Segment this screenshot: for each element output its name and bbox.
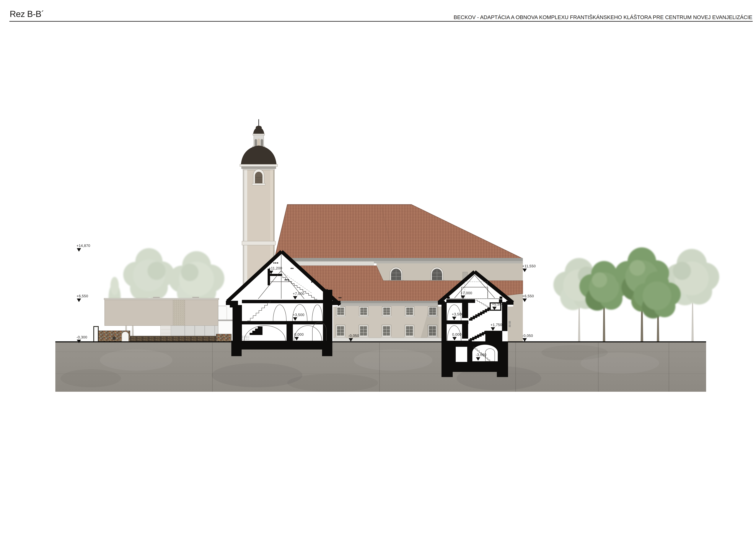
elevation-marker-rsec-0000: 0,000 [452,332,462,340]
project-title: BECKOV - ADAPTÁCIA A OBNOVA KOMPLEXU FRA… [454,14,752,20]
elevation-label: +6,550 [522,294,534,298]
floor-slab-7000 [242,300,332,303]
elevation-marker-rsec-1750: +1,750 [491,323,502,331]
elevation-triangle-icon [269,271,273,274]
elevation-triangle-icon [523,338,527,342]
elevation-marker-lsec-7000: +7,000 [293,292,304,299]
elevation-label: +6,550 [76,294,88,298]
wall-niche [113,336,116,340]
elevation-marker-right-minus0050: -0,050 [522,334,533,342]
elevation-label: -3,050 [476,353,486,357]
elevation-triangle-icon [349,338,353,342]
elevation-marker-lsec-11200: +11,200 [269,266,282,274]
header-rule [9,21,753,22]
elevation-triangle-icon [523,268,527,272]
main-roof [275,205,522,258]
ground-line [55,341,706,342]
elevation-marker-left-minus0300: -0,300 [76,335,87,343]
elevation-marker-left-14870: +14,870 [76,244,90,252]
green-trees-right [580,247,681,342]
elevation-triangle-icon [295,337,299,340]
floor-slab-0000 [231,341,332,350]
tower-small-dome [253,127,264,134]
elevation-triangle-icon [293,296,297,299]
main-cornice [274,258,523,261]
gate-pillar [94,326,98,344]
elevation-triangle-icon [461,296,465,299]
landing-mass-1750 [485,331,502,342]
elevation-triangle-icon [476,357,480,361]
elevation-label: 0,000 [452,332,462,336]
elevation-label: 0,000 [294,332,304,336]
elevation-triangle-icon [452,317,456,320]
elevation-marker-rsec-5550: +5,550 [492,302,504,310]
elevation-triangle-icon [492,307,497,310]
ground [55,341,706,392]
elevation-triangle-icon [523,298,527,302]
elevation-triangle-icon [77,340,81,343]
louver-panel [161,325,171,337]
cut-wall [323,290,332,350]
floor-slab-3500 [242,321,332,324]
elevation-marker-left-6550: +6,550 [76,294,88,302]
tower-main-dome [241,146,277,165]
elevation-triangle-icon [452,337,457,340]
architectural-section-sheet: Rez B-B´ BECKOV - ADAPTÁCIA A OBNOVA KOM… [0,0,756,535]
elevation-marker-rsec-minus3050: -3,050 [476,353,486,361]
cut-wall [442,302,446,342]
elevation-label: +3,500 [293,313,304,317]
pavilion-box [105,300,218,325]
elevation-marker-lsec-0000: 0,000 [294,332,304,340]
section-drawing [0,0,756,535]
elevation-marker-right-11550: +11,550 [522,264,536,272]
elevation-label: +11,550 [522,264,536,268]
gabion-strip [173,300,185,325]
floor-slab-7000 [446,299,475,303]
elevation-triangle-icon [77,298,81,302]
elevation-marker-rsec-7000: +7,000 [461,291,472,299]
elevation-triangle-icon [491,327,495,331]
pavilion-roof-slab [104,298,219,300]
elevation-label: +3,500 [452,312,463,316]
elevation-label: +11,200 [269,266,282,270]
elevation-label: -0,300 [76,335,87,339]
loft-slab-11200 [269,274,282,276]
elevation-marker-right-6550: +6,550 [522,294,534,302]
elevation-triangle-icon [293,317,297,321]
elevation-label: +1,750 [491,323,502,327]
floor-slab-3500 [446,321,469,324]
elevation-label: +5,550 [492,302,504,306]
basement-room-small [456,347,467,362]
sheet-title: Rez B-B´ [10,9,44,19]
pavilion-ground-floor [161,325,218,337]
elevation-marker-courtyard-minus0050: -0,050 [348,334,359,342]
elevation-marker-rsec-3500: +3,500 [452,312,463,320]
elevation-label: +14,870 [76,244,90,248]
elevation-marker-lsec-3500: +3,500 [293,313,304,321]
elevation-label: -0,050 [522,334,533,338]
elevation-triangle-icon [77,248,81,252]
elevation-label: -0,050 [348,334,359,338]
elevation-label: +7,000 [461,291,472,295]
elevation-label: +7,000 [293,292,304,296]
tower-cornice-band [242,241,276,245]
